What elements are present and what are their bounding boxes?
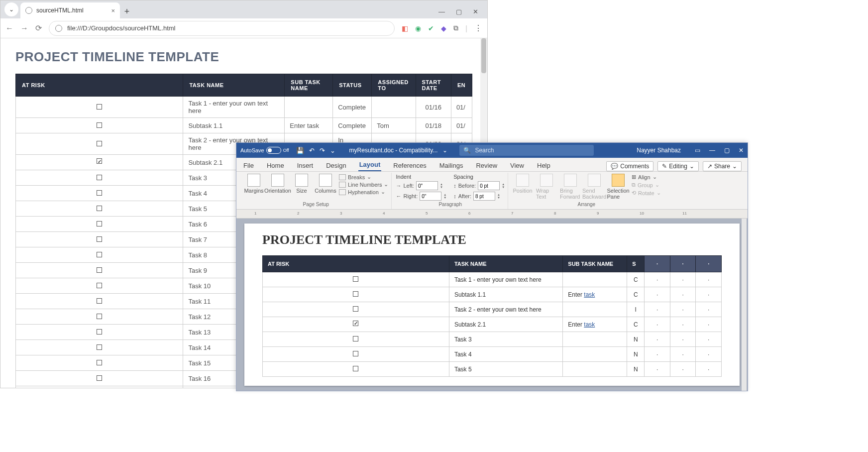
risk-checkbox[interactable] — [16, 217, 183, 232]
risk-checkbox[interactable] — [16, 118, 183, 133]
user-name[interactable]: Nayyer Shahbaz — [637, 147, 681, 154]
indent-left-field[interactable]: → Left:▲▼ — [396, 181, 446, 190]
rotate-button: ⟲ Rotate ⌄ — [632, 190, 660, 196]
orientation-button[interactable]: Orientation — [267, 174, 288, 194]
risk-checkbox[interactable] — [263, 287, 449, 302]
line-numbers-button[interactable]: Line Numbers ⌄ — [339, 181, 388, 188]
risk-checkbox[interactable] — [263, 362, 449, 377]
ext-icon[interactable]: ◆ — [441, 24, 446, 32]
chrome-tab[interactable]: sourceHTML.html × — [20, 2, 120, 18]
undo-icon[interactable]: ↶ — [309, 147, 315, 154]
autosave-toggle[interactable]: AutoSave Off — [240, 147, 289, 154]
minimize-icon[interactable]: — — [709, 147, 715, 154]
ext-icon[interactable]: ◉ — [415, 24, 421, 32]
task-cell: Task 2 - enter your own text here — [449, 302, 562, 317]
risk-checkbox[interactable] — [16, 263, 183, 278]
align-button[interactable]: ⊞ Align ⌄ — [632, 174, 660, 180]
share-button[interactable]: ↗ Share ⌄ — [703, 161, 742, 171]
scrollbar[interactable] — [742, 219, 747, 391]
risk-checkbox[interactable] — [263, 272, 449, 287]
document-page[interactable]: PROJECT TIMELINE TEMPLATE AT RISKTASK NA… — [244, 224, 740, 386]
spacing-after-field[interactable]: ↕ After:▲▼ — [453, 192, 505, 201]
forward-icon[interactable]: → — [20, 24, 28, 33]
maximize-icon[interactable]: ▢ — [456, 8, 462, 15]
assigned-cell: Tom — [372, 118, 416, 133]
tab-help[interactable]: Help — [536, 160, 551, 171]
ext-icon[interactable]: ◧ — [402, 24, 408, 32]
risk-checkbox[interactable] — [16, 232, 183, 247]
risk-checkbox[interactable] — [16, 155, 183, 170]
tab-review[interactable]: Review — [475, 160, 498, 171]
spacing-before-field[interactable]: ↕ Before:▲▼ — [453, 181, 505, 190]
margins-button[interactable]: Margins — [243, 174, 264, 194]
table-row: Task 2 - enter your own text here I ··· — [263, 302, 722, 317]
save-icon[interactable]: 💾 — [296, 147, 304, 154]
tab-layout[interactable]: Layout — [358, 159, 382, 171]
risk-checkbox[interactable] — [16, 355, 183, 371]
selection-pane-button[interactable]: Selection Pane — [608, 174, 629, 200]
tab-references[interactable]: References — [392, 160, 427, 171]
risk-checkbox[interactable] — [16, 186, 183, 201]
risk-checkbox[interactable] — [16, 170, 183, 186]
status-cell: N — [627, 362, 645, 377]
table-row: Subtask 1.1 Enter task Complete Tom 01/1… — [16, 118, 472, 133]
table-row: Task 1 - enter your own text here C ··· — [263, 272, 722, 287]
chrome-menu-icon[interactable]: ⋮ — [474, 23, 482, 33]
send-backward-button: Send Backward — [584, 174, 605, 200]
risk-checkbox[interactable] — [16, 201, 183, 217]
tab-insert[interactable]: Insert — [296, 160, 315, 171]
table-row: Task 4 N ··· — [263, 347, 722, 362]
risk-checkbox[interactable] — [16, 309, 183, 325]
risk-checkbox[interactable] — [16, 247, 183, 263]
search-box[interactable]: 🔍 Search — [459, 145, 594, 156]
hyphenation-button[interactable]: Hyphenation ⌄ — [339, 189, 388, 195]
tab-file[interactable]: File — [242, 160, 255, 171]
column-header: AT RISK — [263, 256, 449, 272]
risk-checkbox[interactable] — [263, 317, 449, 332]
close-window-icon[interactable]: ✕ — [473, 8, 478, 15]
reload-icon[interactable]: ⟳ — [35, 23, 42, 33]
size-button[interactable]: Size — [291, 174, 312, 194]
ribbon-display-icon[interactable]: ▭ — [695, 147, 700, 154]
ext-icon[interactable]: ✔ — [428, 24, 434, 32]
column-header: SUB TASK NAME — [563, 256, 627, 272]
risk-checkbox[interactable] — [16, 278, 183, 294]
risk-checkbox[interactable] — [16, 133, 183, 155]
comments-button[interactable]: 💬 Comments — [606, 161, 653, 171]
risk-checkbox[interactable] — [16, 386, 183, 388]
risk-checkbox[interactable] — [16, 325, 183, 340]
risk-checkbox[interactable] — [263, 347, 449, 362]
risk-checkbox[interactable] — [16, 371, 183, 386]
risk-checkbox[interactable] — [16, 294, 183, 309]
chrome-tab-dropdown[interactable]: ⌄ — [4, 2, 18, 16]
tab-design[interactable]: Design — [325, 160, 347, 171]
url-bar[interactable]: file:///D:/Groupdocs/sourceHTML.html — [49, 21, 395, 36]
qat-dropdown-icon[interactable]: ⌄ — [330, 147, 335, 154]
task-cell: Task 1 - enter your own text here — [449, 272, 562, 287]
minimize-icon[interactable]: — — [438, 8, 445, 15]
redo-icon[interactable]: ↷ — [320, 147, 325, 154]
extensions-icon[interactable]: ⧉ — [453, 24, 458, 32]
indent-right-field[interactable]: ← Right:▲▼ — [396, 192, 446, 201]
tab-mailings[interactable]: Mailings — [438, 160, 464, 171]
close-icon[interactable]: ✕ — [739, 147, 744, 154]
columns-button[interactable]: Columns — [315, 174, 336, 194]
risk-checkbox[interactable] — [16, 97, 183, 118]
back-icon[interactable]: ← — [5, 24, 13, 33]
ruler[interactable]: 1234567891011 — [236, 210, 748, 219]
maximize-icon[interactable]: ▢ — [724, 147, 730, 154]
breaks-button[interactable]: Breaks ⌄ — [339, 174, 388, 180]
close-icon[interactable]: × — [111, 7, 115, 14]
new-tab-button[interactable]: + — [120, 4, 134, 18]
risk-checkbox[interactable] — [263, 302, 449, 317]
title-dropdown-icon[interactable]: ⌄ — [442, 147, 447, 154]
status-cell: Complete — [333, 118, 372, 133]
document-canvas: PROJECT TIMELINE TEMPLATE AT RISKTASK NA… — [236, 219, 748, 391]
status-cell: I — [627, 302, 645, 317]
risk-checkbox[interactable] — [263, 332, 449, 347]
risk-checkbox[interactable] — [16, 340, 183, 355]
tab-view[interactable]: View — [509, 160, 525, 171]
tab-home[interactable]: Home — [266, 160, 285, 171]
column-header: EN — [451, 74, 472, 97]
editing-button[interactable]: ✎ Editing ⌄ — [657, 161, 699, 171]
